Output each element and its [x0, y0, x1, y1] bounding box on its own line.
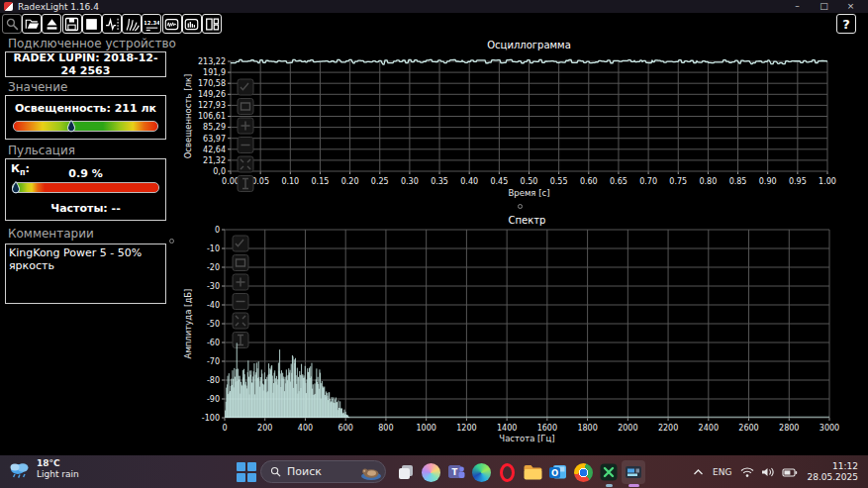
svg-text:-70: -70 — [207, 357, 220, 366]
svg-text:1200: 1200 — [456, 424, 476, 433]
svg-text:-80: -80 — [207, 376, 220, 385]
white-screen-icon — [84, 17, 99, 32]
edge-taskbar-button[interactable] — [470, 460, 494, 484]
illuminance-marker-icon[interactable] — [67, 120, 76, 133]
svg-text:0.10: 0.10 — [281, 177, 299, 186]
minimize-button[interactable]: – — [784, 0, 811, 13]
svg-text:1000: 1000 — [416, 424, 435, 433]
outlook-taskbar-button[interactable]: O — [546, 460, 570, 484]
radexlight-taskbar-button[interactable] — [622, 460, 645, 484]
pulse-measure-icon — [105, 17, 120, 32]
svg-text:0.65: 0.65 — [610, 177, 627, 186]
svg-text:127,93: 127,93 — [198, 101, 226, 110]
numeric-display-toolbar-button[interactable]: 12.34 — [142, 14, 161, 34]
svg-text:Амплитуда [дБ]: Амплитуда [дБ] — [183, 289, 193, 359]
select-chart-button[interactable] — [233, 236, 248, 251]
oscillogram-view-toolbar-button[interactable] — [162, 14, 182, 34]
window-chart-button[interactable] — [238, 99, 253, 115]
oscillogram-view-icon — [164, 17, 179, 32]
pulse-measure-toolbar-button[interactable] — [102, 14, 122, 34]
copilot-icon — [422, 463, 440, 482]
svg-text:3000: 3000 — [820, 424, 839, 433]
svg-text:0: 0 — [222, 424, 227, 433]
eject-toolbar-button[interactable] — [42, 14, 61, 34]
weather-condition: Light rain — [37, 469, 79, 480]
device-name: RADEX LUPIN: 2018-12-24 2563 — [6, 51, 165, 77]
help-button[interactable]: ? — [836, 14, 856, 34]
svg-text:63,97: 63,97 — [203, 135, 226, 144]
zoom-out-chart-button[interactable] — [238, 138, 253, 153]
battery-icon[interactable] — [782, 466, 798, 478]
axis-chart-button[interactable] — [233, 333, 248, 348]
explorer-taskbar-button[interactable] — [521, 460, 544, 484]
search-input[interactable]: Поиск — [260, 460, 386, 483]
radexlight-icon — [624, 462, 643, 482]
zoom-out-chart-button[interactable] — [233, 294, 248, 310]
svg-text:149,26: 149,26 — [198, 90, 226, 99]
start-button[interactable] — [236, 461, 256, 482]
svg-text:0.20: 0.20 — [341, 177, 359, 186]
save-toolbar-button[interactable] — [62, 14, 82, 34]
svg-text:106,61: 106,61 — [198, 112, 226, 121]
tray-chevron-up-icon[interactable] — [693, 468, 704, 476]
svg-text:-10: -10 — [207, 244, 220, 253]
save-icon — [64, 17, 79, 32]
teams-icon: T — [446, 462, 466, 482]
svg-text:Частота [Гц]: Частота [Гц] — [499, 434, 554, 443]
excel-taskbar-button[interactable] — [597, 460, 621, 484]
clock-date: 28.05.2025 — [807, 472, 858, 483]
window-chart-button[interactable] — [233, 255, 248, 271]
clock-widget[interactable]: 11:12 28.05.2025 — [807, 461, 858, 483]
hand-flicker-toolbar-button[interactable] — [122, 14, 142, 34]
search-daily-image-otter-icon — [360, 463, 382, 481]
axis-chart-button[interactable] — [238, 176, 253, 192]
copilot-taskbar-button[interactable] — [420, 460, 443, 484]
volume-icon[interactable] — [761, 466, 775, 478]
svg-text:-60: -60 — [207, 339, 220, 347]
svg-text:0.60: 0.60 — [580, 177, 598, 186]
device-name-box: RADEX LUPIN: 2018-12-24 2563 — [5, 51, 166, 77]
svg-text:400: 400 — [298, 424, 313, 433]
spectrum-chart: СпектрЧастота [Гц]Амплитуда [дБ]02004006… — [183, 213, 868, 455]
zoom-in-chart-button[interactable] — [238, 118, 253, 134]
svg-text:0.75: 0.75 — [669, 177, 687, 186]
zoom-in-chart-button[interactable] — [233, 274, 248, 290]
opera-taskbar-button[interactable] — [495, 460, 519, 484]
layout-panels-icon — [205, 17, 220, 32]
comments-grip-dot[interactable] — [169, 239, 174, 244]
open-folder-toolbar-button[interactable] — [22, 14, 42, 34]
svg-text:600: 600 — [338, 424, 353, 433]
svg-text:0.95: 0.95 — [789, 177, 807, 186]
svg-text:0.25: 0.25 — [371, 177, 389, 186]
task-view-icon — [396, 462, 416, 482]
svg-text:0.50: 0.50 — [521, 177, 538, 186]
language-indicator[interactable]: ENG — [713, 467, 731, 477]
explorer-icon — [523, 463, 543, 482]
svg-text:800: 800 — [378, 424, 393, 433]
maximize-button[interactable]: □ — [811, 0, 837, 13]
zoom-icon — [5, 17, 20, 32]
comments-textarea[interactable]: KingKong Power 5 - 50% яркость — [5, 244, 166, 304]
svg-text:0.70: 0.70 — [639, 177, 657, 186]
close-button[interactable]: × — [837, 0, 864, 13]
chrome-taskbar-button[interactable] — [571, 460, 595, 484]
weather-widget[interactable]: 18°C Light rain — [8, 458, 79, 480]
select-chart-button[interactable] — [238, 79, 253, 95]
wifi-icon[interactable] — [740, 466, 754, 478]
task-view-taskbar-button[interactable] — [394, 460, 418, 484]
fit-chart-button[interactable] — [238, 156, 253, 172]
search-icon — [270, 466, 281, 477]
svg-text:1400: 1400 — [497, 424, 517, 433]
zoom-toolbar-button[interactable] — [2, 14, 22, 34]
svg-text:0.35: 0.35 — [431, 177, 448, 186]
white-screen-toolbar-button[interactable] — [82, 14, 102, 34]
svg-text:2200: 2200 — [658, 424, 678, 433]
svg-text:0.05: 0.05 — [251, 177, 269, 186]
fit-chart-button[interactable] — [233, 313, 248, 329]
frequencies-value: Частоты: -- — [6, 202, 165, 215]
svg-text:-20: -20 — [207, 263, 220, 272]
spectrum-view-toolbar-button[interactable] — [182, 14, 202, 34]
pulsation-marker-icon[interactable] — [11, 181, 20, 194]
layout-panels-toolbar-button[interactable] — [202, 14, 222, 34]
teams-taskbar-button[interactable]: T — [444, 460, 468, 484]
